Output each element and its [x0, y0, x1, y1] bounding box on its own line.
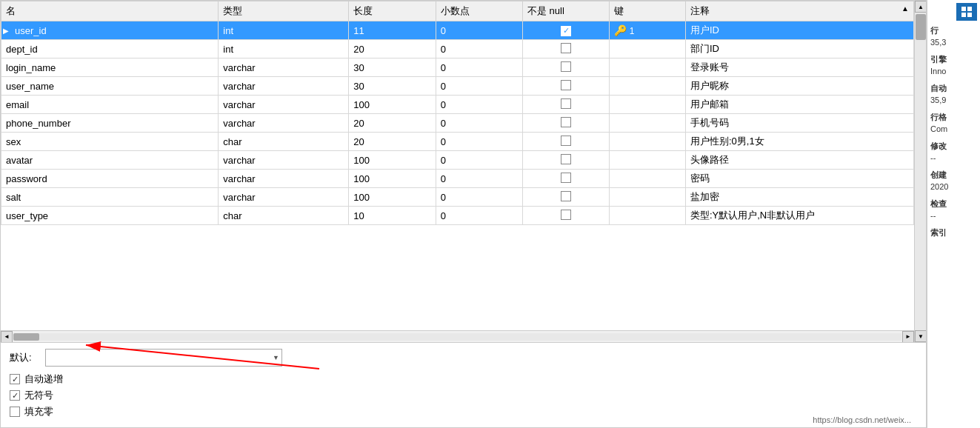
cell-decimal: 0	[436, 21, 522, 40]
table-row[interactable]: emailvarchar1000用户邮箱	[1, 96, 914, 114]
cell-comment: 用户性别:0男,1女	[685, 133, 913, 151]
cell-name: user_type	[1, 207, 219, 225]
auto-increment-label: 自动递增	[24, 372, 63, 386]
cell-decimal: 0	[436, 151, 522, 170]
table-row[interactable]: dept_idint200部门ID	[1, 40, 914, 58]
sidebar-modify-value: --	[930, 153, 977, 162]
table-row[interactable]: phone_numbervarchar200手机号码	[1, 114, 914, 133]
cell-decimal: 0	[436, 207, 522, 225]
cell-comment: 手机号码	[685, 114, 913, 133]
default-label: 默认:	[10, 351, 39, 364]
sidebar-rowformat-value: Com	[930, 124, 977, 133]
v-scroll-thumb[interactable]	[916, 14, 926, 40]
cell-type: char	[219, 207, 349, 225]
table-row[interactable]: ▶user_idint110✓🔑 1用户ID	[1, 21, 914, 40]
col-header-length: 长度	[349, 1, 436, 21]
table-row[interactable]: sexchar200用户性别:0男,1女	[1, 133, 914, 151]
sort-icon[interactable]: ▲	[901, 4, 909, 13]
scroll-up-btn[interactable]: ▲	[915, 1, 926, 13]
cell-name: phone_number	[1, 114, 219, 133]
cell-length: 20	[349, 40, 436, 58]
cell-notnull[interactable]	[522, 58, 609, 77]
cell-type: varchar	[219, 96, 349, 114]
cell-length: 30	[349, 58, 436, 77]
sidebar-engine-label: 引擎	[930, 54, 977, 65]
svg-rect-4	[961, 13, 966, 17]
data-table: 名 类型 长度 小数点 不是 null 键 注释 ▲	[1, 1, 914, 225]
cell-notnull[interactable]	[522, 151, 609, 170]
h-scroll-thumb[interactable]	[13, 333, 39, 341]
sidebar-modify-label: 修改	[930, 141, 977, 152]
cell-comment: 用户邮箱	[685, 96, 913, 114]
cell-key	[610, 188, 686, 207]
sidebar-row-value: 35,3	[930, 38, 977, 47]
cell-length: 100	[349, 188, 436, 207]
table-row[interactable]: user_namevarchar300用户昵称	[1, 77, 914, 96]
unsigned-checkbox[interactable]: ✓	[10, 390, 20, 401]
table-row[interactable]: passwordvarchar1000密码	[1, 170, 914, 188]
fill-zero-checkbox[interactable]	[10, 407, 20, 417]
sidebar-auto-value: 35,9	[930, 96, 977, 104]
cell-name: password	[1, 170, 219, 188]
cell-type: varchar	[219, 170, 349, 188]
cell-notnull[interactable]	[522, 207, 609, 225]
unsigned-label: 无符号	[24, 389, 53, 402]
cell-decimal: 0	[436, 96, 522, 114]
default-select[interactable]	[45, 349, 282, 367]
cell-type: varchar	[219, 77, 349, 96]
cell-type: int	[219, 21, 349, 40]
cell-type: varchar	[219, 58, 349, 77]
table-row[interactable]: login_namevarchar300登录账号	[1, 58, 914, 77]
cell-length: 11	[349, 21, 436, 40]
cell-notnull[interactable]	[522, 77, 609, 96]
cell-decimal: 0	[436, 114, 522, 133]
auto-increment-checkbox[interactable]: ✓	[10, 374, 20, 384]
cell-length: 100	[349, 170, 436, 188]
cell-name: email	[1, 96, 219, 114]
table-row[interactable]: user_typechar100类型:Y默认用户,N非默认用户	[1, 207, 914, 225]
cell-notnull[interactable]	[522, 114, 609, 133]
cell-key	[610, 40, 686, 58]
col-header-notnull: 不是 null	[522, 1, 609, 21]
cell-notnull[interactable]	[522, 170, 609, 188]
cell-notnull[interactable]	[522, 133, 609, 151]
table-scroll-area[interactable]: 名 类型 长度 小数点 不是 null 键 注释 ▲	[1, 1, 914, 342]
cell-type: varchar	[219, 188, 349, 207]
cell-comment: 头像路径	[685, 151, 913, 170]
cell-key: 🔑 1	[610, 21, 686, 40]
cell-name: sex	[1, 133, 219, 151]
cell-notnull[interactable]	[522, 96, 609, 114]
svg-rect-5	[967, 13, 972, 17]
cell-notnull[interactable]	[522, 40, 609, 58]
scroll-down-btn[interactable]: ▼	[915, 330, 926, 342]
scroll-right-btn[interactable]: ►	[902, 331, 914, 343]
table-row[interactable]: saltvarchar1000盐加密	[1, 188, 914, 207]
cell-name: user_name	[1, 77, 219, 96]
grid-icon[interactable]	[956, 3, 977, 21]
cell-decimal: 0	[436, 77, 522, 96]
cell-key	[610, 170, 686, 188]
cell-length: 30	[349, 77, 436, 96]
cell-decimal: 0	[436, 58, 522, 77]
grid-svg	[961, 6, 973, 18]
col-header-comment: 注释 ▲	[685, 1, 913, 21]
scroll-left-btn[interactable]: ◄	[1, 331, 13, 343]
cell-key	[610, 114, 686, 133]
cell-key	[610, 207, 686, 225]
sidebar-create-value: 2020	[930, 182, 977, 191]
cell-comment: 用户昵称	[685, 77, 913, 96]
cell-name: avatar	[1, 151, 219, 170]
cell-type: varchar	[219, 151, 349, 170]
cell-name: dept_id	[1, 40, 219, 58]
cell-comment: 用户ID	[685, 21, 913, 40]
sidebar-index-label: 索引	[930, 227, 977, 238]
cell-length: 10	[349, 207, 436, 225]
table-row[interactable]: avatarvarchar1000头像路径	[1, 151, 914, 170]
sidebar-engine-value: Inno	[930, 67, 977, 76]
svg-rect-3	[967, 7, 972, 11]
url-text: https://blog.csdn.net/weix...	[813, 415, 911, 424]
cell-comment: 部门ID	[685, 40, 913, 58]
cell-notnull[interactable]: ✓	[522, 21, 609, 40]
cell-notnull[interactable]	[522, 188, 609, 207]
cell-type: varchar	[219, 114, 349, 133]
